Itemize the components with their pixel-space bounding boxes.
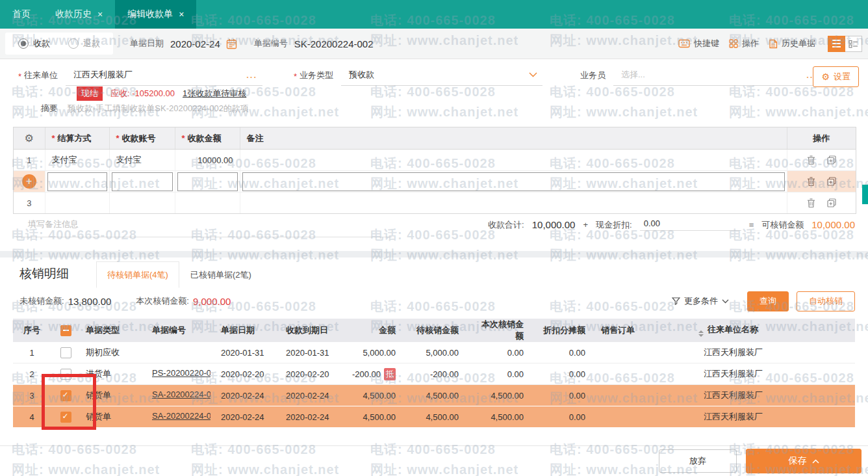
operations-button[interactable]: 操作	[729, 38, 759, 49]
copy-row-icon[interactable]	[827, 198, 836, 207]
doc-no-link[interactable]: SA-20200224-0	[152, 390, 211, 399]
summary-label: 摘要	[41, 103, 58, 114]
biz-type-field: * 业务类型 预收款	[294, 65, 542, 86]
radio-dot-icon	[68, 38, 79, 49]
sort-icon[interactable]	[698, 330, 704, 337]
doc-no-value: SK-20200224-002	[294, 38, 374, 49]
table-row-selected[interactable]: 4 销货单 SA-20200224-0 2020-02-24 2020-02-2…	[13, 406, 855, 428]
receivable-amount: 应收: -105200.00	[110, 88, 175, 99]
chevron-down-icon	[722, 299, 729, 304]
list-view-button[interactable]	[828, 36, 845, 52]
select-all-checkbox[interactable]	[60, 325, 71, 336]
header-doc-type: 单据类型	[81, 319, 147, 342]
cash-settle-badge: 现结	[77, 86, 103, 101]
summary-placeholder[interactable]: 预收款-手工填制收款单SK-20200224-002的款项	[68, 103, 249, 114]
partner-label: 往来单位	[24, 70, 58, 86]
close-icon[interactable]: ×	[97, 9, 103, 20]
note-edit-input[interactable]	[242, 172, 785, 191]
salesman-input[interactable]: 选择... ...	[613, 69, 823, 86]
pending-audit-link[interactable]: 1张收款单待审核	[183, 88, 246, 99]
query-button[interactable]: 查询	[747, 291, 789, 311]
cancel-button[interactable]: 放弃	[659, 449, 737, 473]
payment-row[interactable]: 1 支付宝 支付宝 10000.00	[14, 150, 856, 171]
radio-refund-label: 退款	[83, 38, 100, 49]
header-doc-no: 单据编号	[147, 319, 216, 342]
keyboard-icon	[678, 39, 690, 48]
row-checkbox[interactable]	[60, 347, 71, 358]
tab-pending-docs[interactable]: 待核销单据(4笔)	[96, 261, 179, 288]
available-label: 可核销金额	[761, 219, 804, 231]
tab-home[interactable]: 首页	[0, 0, 43, 29]
footer-action-bar: 放弃 保存	[0, 445, 868, 476]
partner-status-row: 现结 应收: -105200.00 1张收款单待审核	[77, 86, 246, 101]
radio-refund[interactable]: 退款	[68, 38, 100, 49]
sum-label: 收款合计:	[488, 219, 524, 231]
row-checkbox-checked[interactable]	[60, 412, 71, 423]
column-settings-gear-icon[interactable]: ⚙	[25, 133, 34, 144]
tab-home-label: 首页	[12, 8, 31, 20]
equals-sign: =	[749, 220, 754, 230]
radio-receive[interactable]: 收款	[18, 38, 50, 49]
payment-row-editing[interactable]	[14, 171, 856, 192]
required-mark: *	[294, 72, 297, 86]
close-icon[interactable]: ×	[179, 9, 184, 20]
discount-input[interactable]: 0.00	[640, 218, 741, 231]
auto-verify-button[interactable]: 自动核销	[797, 291, 855, 311]
header-due-date: 收款到期日	[281, 319, 344, 342]
header-op: 操作	[813, 133, 830, 143]
current-verify-label: 本次核销金额:	[136, 295, 189, 307]
biz-type-select[interactable]: 预收款	[341, 69, 542, 86]
chevron-up-icon	[812, 459, 819, 464]
gear-icon: ⚙	[821, 72, 830, 81]
partner-input[interactable]: 江西天利服装厂 ...	[66, 69, 262, 86]
chevron-down-icon[interactable]	[529, 72, 537, 77]
remark-input[interactable]: 填写备注信息	[16, 218, 392, 237]
row-checkbox-checked[interactable]	[60, 390, 71, 401]
salesman-placeholder: 选择...	[621, 69, 645, 81]
header-amount: 收款金额	[188, 133, 222, 143]
required-mark: *	[18, 72, 21, 86]
more-filters-button[interactable]: 更多条件	[672, 295, 729, 307]
section-title: 核销明细	[19, 258, 69, 288]
delete-row-icon[interactable]	[807, 198, 815, 208]
payment-lines-table: ⚙ *结算方式 *收款账号 *收款金额 备注 操作 1 支付宝 支付宝 1000…	[13, 127, 856, 214]
add-row-button[interactable]	[22, 174, 36, 189]
shortcut-keys-label: 快捷键	[694, 38, 719, 49]
settle-method-edit-input[interactable]	[47, 172, 107, 191]
delete-row-icon[interactable]	[807, 177, 815, 187]
table-row[interactable]: 1 期初应收 2020-01-31 2020-01-31 5,000.00 5,…	[13, 342, 855, 364]
tab-edit-label: 编辑收款单	[127, 8, 173, 20]
tab-edit-receipt[interactable]: 编辑收款单 ×	[115, 0, 196, 29]
row-checkbox[interactable]	[60, 369, 71, 380]
tab-history[interactable]: 收款历史 ×	[43, 0, 115, 29]
card-view-button[interactable]	[845, 36, 862, 52]
ellipsis-picker-icon[interactable]: ...	[240, 70, 257, 80]
shortcut-keys-button[interactable]: 快捷键	[678, 38, 719, 49]
header-seq: 序号	[13, 319, 51, 342]
delete-row-icon[interactable]	[807, 155, 815, 165]
account-edit-input[interactable]	[112, 172, 173, 191]
doc-no-link[interactable]: PS-20200220-0	[152, 368, 211, 378]
history-docs-button[interactable]: 历史单据	[769, 38, 815, 49]
more-filters-label: 更多条件	[684, 295, 718, 307]
offset-badge: 抵	[384, 368, 396, 380]
settings-button[interactable]: ⚙ 设置	[813, 66, 859, 87]
payment-row[interactable]: 3	[14, 192, 856, 214]
amount-edit-input[interactable]	[177, 172, 238, 191]
discount-label: 现金折扣:	[596, 219, 632, 231]
doc-no-link[interactable]: SA-20200224-0	[152, 411, 211, 421]
header-settle-method: 结算方式	[58, 133, 92, 143]
header-current-amount: 本次核销金额	[469, 319, 534, 342]
tab-verified-docs[interactable]: 已核销单据(2笔)	[179, 261, 262, 288]
table-row-selected[interactable]: 3 销货单 SA-20200224-0 2020-02-24 2020-02-2…	[13, 385, 855, 406]
copy-row-icon[interactable]	[827, 155, 836, 165]
copy-row-icon[interactable]	[827, 177, 836, 186]
vertical-scrollbar-thumb[interactable]	[862, 185, 868, 204]
summary-row: 摘要 预收款-手工填制收款单SK-20200224-002的款项	[41, 103, 249, 114]
document-toolbar: 收款 退款 单据日期 2020-02-24 单据编号 SK-20200224-0…	[0, 29, 868, 59]
doc-date-value[interactable]: 2020-02-24	[170, 38, 220, 49]
save-button[interactable]: 保存	[746, 449, 862, 473]
table-row[interactable]: 2 进货单 PS-20200220-0 2020-02-20 2020-02-2…	[13, 364, 855, 385]
top-tab-bar: 首页 收款历史 × 编辑收款单 ×	[0, 0, 868, 29]
calendar-icon[interactable]	[226, 38, 237, 49]
